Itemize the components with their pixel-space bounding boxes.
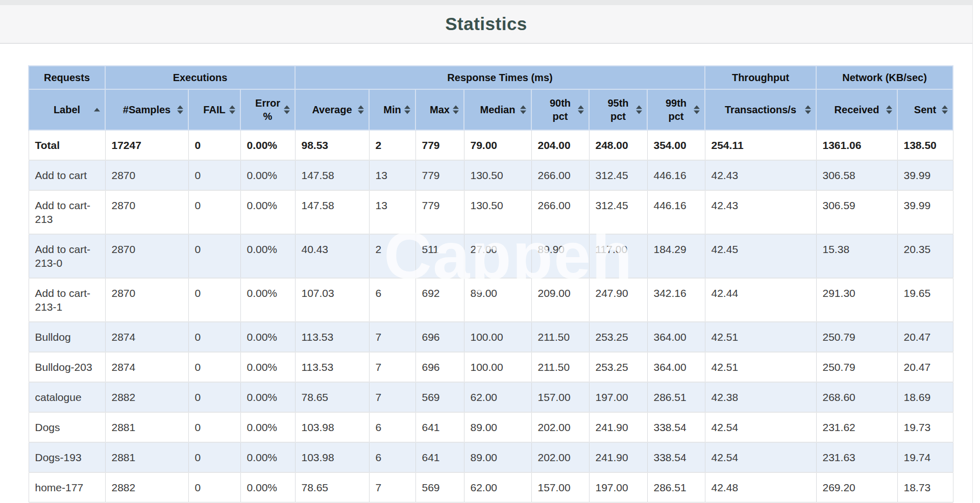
column-header-cell[interactable]: Received — [816, 89, 897, 130]
row-label-cell: Dogs — [29, 412, 105, 442]
table-cell: 779 — [415, 190, 464, 234]
table-cell: 113.53 — [295, 322, 369, 352]
table-cell: 0.00% — [240, 190, 295, 234]
report-page: Statistics RequestsExecutionsResponse Ti… — [0, 0, 973, 503]
column-header-cell[interactable]: Min — [369, 89, 415, 130]
table-cell: 62.00 — [464, 382, 531, 412]
table-cell: 209.00 — [531, 278, 589, 322]
column-header-cell[interactable]: Error % — [240, 89, 295, 130]
table-row: Add to cart287000.00%147.5813779130.5026… — [29, 160, 953, 190]
table-cell: 6 — [369, 412, 415, 442]
page-title: Statistics — [445, 14, 527, 34]
table-cell: 291.30 — [816, 278, 897, 322]
table-cell: 0 — [188, 160, 240, 190]
table-cell: 2870 — [105, 160, 188, 190]
column-header-cell[interactable]: #Samples — [105, 89, 188, 130]
column-header-cell[interactable]: Median — [464, 89, 531, 130]
column-header-label: Sent — [914, 104, 936, 115]
table-cell: 0 — [188, 412, 240, 442]
column-header-label: Average — [312, 104, 352, 115]
table-cell: 248.00 — [589, 130, 647, 160]
table-cell: 98.53 — [295, 130, 369, 160]
table-cell: 511 — [415, 234, 464, 278]
table-cell: 100.00 — [464, 322, 531, 352]
table-cell: 15.38 — [816, 234, 897, 278]
table-cell: 779 — [415, 130, 464, 160]
table-cell: 42.48 — [705, 472, 816, 502]
table-cell: 286.51 — [647, 382, 705, 412]
table-cell: 7 — [369, 382, 415, 412]
column-header-label: Max — [430, 104, 450, 115]
sort-toggle-icon[interactable] — [694, 106, 700, 114]
table-cell: 20.47 — [897, 352, 953, 382]
sort-toggle-icon[interactable] — [942, 106, 948, 114]
table-cell: 184.29 — [647, 234, 705, 278]
column-header-cell[interactable]: 99th pct — [647, 89, 705, 130]
sort-toggle-icon[interactable] — [578, 106, 584, 114]
table-cell: 0.00% — [240, 412, 295, 442]
table-row: catalogue288200.00%78.65756962.00157.001… — [29, 382, 953, 412]
column-header-label: Received — [835, 104, 879, 115]
column-header-cell[interactable]: Transactions/s — [705, 89, 816, 130]
sort-toggle-icon[interactable] — [805, 106, 811, 114]
table-cell: 13 — [369, 160, 415, 190]
column-header-cell[interactable]: Max — [415, 89, 464, 130]
table-cell: 42.51 — [705, 322, 816, 352]
table-cell: 78.65 — [295, 472, 369, 502]
column-header-cell[interactable]: 90th pct — [531, 89, 589, 130]
group-header-row: RequestsExecutionsResponse Times (ms)Thr… — [29, 66, 953, 89]
table-cell: 147.58 — [295, 190, 369, 234]
table-cell: 0 — [188, 352, 240, 382]
top-strip — [0, 0, 972, 5]
table-cell: 0.00% — [240, 352, 295, 382]
row-label-cell: Add to cart-213-1 — [29, 278, 105, 322]
column-header-cell[interactable]: Label — [29, 89, 105, 130]
sort-toggle-icon[interactable] — [229, 106, 235, 114]
sort-toggle-icon[interactable] — [520, 106, 526, 114]
title-band: Statistics — [0, 5, 972, 44]
row-label-cell: Add to cart-213-0 — [29, 234, 105, 278]
sort-toggle-icon[interactable] — [886, 106, 892, 114]
table-cell: 157.00 — [531, 472, 589, 502]
column-header-cell[interactable]: 95th pct — [589, 89, 647, 130]
table-cell: 0.00% — [240, 322, 295, 352]
table-row: Add to cart-213287000.00%147.5813779130.… — [29, 190, 953, 234]
table-cell: 2874 — [105, 352, 188, 382]
table-cell: 103.98 — [295, 412, 369, 442]
sort-toggle-icon[interactable] — [177, 106, 183, 114]
table-cell: 20.35 — [897, 234, 953, 278]
total-row: Total1724700.00%98.53277979.00204.00248.… — [29, 130, 953, 160]
group-header-cell: Network (KB/sec) — [816, 66, 953, 89]
table-cell: 312.45 — [589, 160, 647, 190]
table-cell: 696 — [415, 352, 464, 382]
table-cell: 2881 — [105, 412, 188, 442]
table-cell: 0.00% — [240, 278, 295, 322]
table-cell: 641 — [415, 412, 464, 442]
table-cell: 266.00 — [531, 160, 589, 190]
table-cell: 211.50 — [531, 322, 589, 352]
sort-toggle-icon[interactable] — [453, 106, 459, 114]
table-cell: 2882 — [105, 382, 188, 412]
table-cell: 39.99 — [897, 160, 953, 190]
table-cell: 107.03 — [295, 278, 369, 322]
sort-toggle-icon[interactable] — [358, 106, 364, 114]
sort-toggle-icon[interactable] — [636, 106, 642, 114]
table-cell: 40.43 — [295, 234, 369, 278]
table-cell: 202.00 — [531, 442, 589, 472]
sort-ascending-icon[interactable] — [94, 108, 100, 112]
row-label-cell: home-177 — [29, 472, 105, 502]
sort-toggle-icon[interactable] — [284, 106, 290, 114]
column-header-cell[interactable]: FAIL — [188, 89, 240, 130]
column-header-cell[interactable]: Average — [295, 89, 369, 130]
column-header-cell[interactable]: Sent — [897, 89, 953, 130]
row-label-cell: Total — [29, 130, 105, 160]
table-cell: 2870 — [105, 234, 188, 278]
sort-toggle-icon[interactable] — [404, 106, 410, 114]
table-cell: 89.00 — [464, 412, 531, 442]
table-cell: 20.47 — [897, 322, 953, 352]
column-header-row: Label#SamplesFAILError %AverageMinMaxMed… — [29, 89, 953, 130]
table-cell: 19.65 — [897, 278, 953, 322]
table-cell: 0.00% — [240, 382, 295, 412]
statistics-table: RequestsExecutionsResponse Times (ms)Thr… — [28, 65, 953, 502]
table-cell: 100.00 — [464, 352, 531, 382]
